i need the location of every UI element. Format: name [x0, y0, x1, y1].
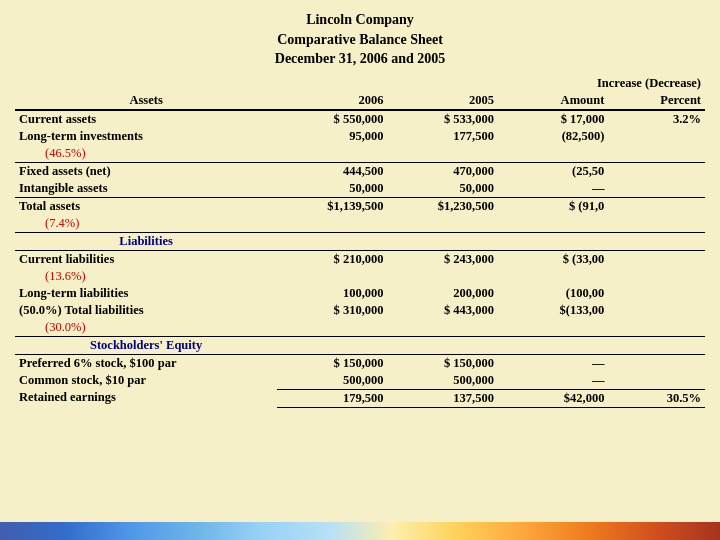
- table-row: Fixed assets (net)444,500470,000(25,50: [15, 162, 705, 180]
- row-2005: 177,500: [388, 128, 498, 145]
- row-2005: $ 150,000: [388, 354, 498, 372]
- balance-sheet-table: Increase (Decrease) Assets 2006 2005 Amo…: [15, 75, 705, 408]
- row-2006: $1,139,500: [277, 197, 387, 215]
- row-label: Current assets: [15, 110, 277, 128]
- row-label: Long-term investments: [15, 128, 277, 145]
- row-label: Stockholders' Equity: [15, 336, 277, 354]
- row-amount: $ (33,00: [498, 250, 608, 268]
- row-2005: [388, 319, 498, 337]
- row-amount: $42,000: [498, 389, 608, 407]
- assets-label: Assets: [15, 92, 277, 110]
- row-percent: [608, 197, 705, 215]
- row-amount: (82,500): [498, 128, 608, 145]
- row-2005: 500,000: [388, 372, 498, 390]
- row-label: Total assets: [15, 197, 277, 215]
- row-2006: $ 310,000: [277, 302, 387, 319]
- row-percent: [608, 302, 705, 319]
- row-amount: —: [498, 354, 608, 372]
- row-amount: —: [498, 180, 608, 198]
- table-row: Intangible assets50,00050,000—: [15, 180, 705, 198]
- page: Lincoln Company Comparative Balance Shee…: [0, 0, 720, 540]
- row-2006: 100,000: [277, 285, 387, 302]
- row-amount: (25,50: [498, 162, 608, 180]
- table-row: Current assets$ 550,000$ 533,000$ 17,000…: [15, 110, 705, 128]
- row-2005: $ 443,000: [388, 302, 498, 319]
- table-row: Liabilities: [15, 232, 705, 250]
- row-percent: [608, 162, 705, 180]
- row-2006: 500,000: [277, 372, 387, 390]
- row-amount: [498, 215, 608, 233]
- table-row: (7.4%): [15, 215, 705, 233]
- row-2006: 444,500: [277, 162, 387, 180]
- row-percent: [608, 128, 705, 145]
- row-2006: [277, 336, 387, 354]
- table-row: Common stock, $10 par500,000500,000—: [15, 372, 705, 390]
- col-2005-label: 2005: [388, 92, 498, 110]
- row-label: Current liabilities: [15, 250, 277, 268]
- row-amount: (100,00: [498, 285, 608, 302]
- row-2006: [277, 232, 387, 250]
- row-2005: 137,500: [388, 389, 498, 407]
- row-2006: [277, 145, 387, 163]
- row-label: Preferred 6% stock, $100 par: [15, 354, 277, 372]
- company-name: Lincoln Company: [15, 10, 705, 30]
- row-percent: [608, 285, 705, 302]
- row-label: Retained earnings: [15, 389, 277, 407]
- row-percent: [608, 372, 705, 390]
- row-2005: 200,000: [388, 285, 498, 302]
- row-amount: [498, 336, 608, 354]
- row-label: Long-term liabilities: [15, 285, 277, 302]
- row-label: Fixed assets (net): [15, 162, 277, 180]
- table-row: Long-term liabilities100,000200,000(100,…: [15, 285, 705, 302]
- row-2006: [277, 215, 387, 233]
- row-2005: [388, 215, 498, 233]
- row-amount: $ 17,000: [498, 110, 608, 128]
- row-percent: 3.2%: [608, 110, 705, 128]
- table-row: (13.6%): [15, 268, 705, 285]
- col-percent-label: Percent: [608, 92, 705, 110]
- row-2006: 179,500: [277, 389, 387, 407]
- row-label: (30.0%): [15, 319, 277, 337]
- row-2005: $ 533,000: [388, 110, 498, 128]
- table-row: Total assets$1,139,500$1,230,500$ (91,0: [15, 197, 705, 215]
- row-label: (7.4%): [15, 215, 277, 233]
- table-row: Preferred 6% stock, $100 par$ 150,000$ 1…: [15, 354, 705, 372]
- row-2006: $ 210,000: [277, 250, 387, 268]
- row-2006: $ 150,000: [277, 354, 387, 372]
- row-percent: [608, 268, 705, 285]
- table-row: (46.5%): [15, 145, 705, 163]
- row-percent: [608, 215, 705, 233]
- table-row: (30.0%): [15, 319, 705, 337]
- row-amount: —: [498, 372, 608, 390]
- row-label: (13.6%): [15, 268, 277, 285]
- row-label: (50.0%) Total liabilities: [15, 302, 277, 319]
- bottom-bar: [0, 522, 720, 540]
- row-percent: [608, 319, 705, 337]
- row-label: (46.5%): [15, 145, 277, 163]
- row-2006: [277, 268, 387, 285]
- table-row: Stockholders' Equity: [15, 336, 705, 354]
- col-amount-label: Amount: [498, 92, 608, 110]
- row-percent: [608, 336, 705, 354]
- row-amount: $(133,00: [498, 302, 608, 319]
- row-amount: [498, 232, 608, 250]
- year2005-col-header: [388, 75, 498, 92]
- row-label: Intangible assets: [15, 180, 277, 198]
- row-amount: $ (91,0: [498, 197, 608, 215]
- row-percent: [608, 145, 705, 163]
- row-label: Common stock, $10 par: [15, 372, 277, 390]
- row-amount: [498, 145, 608, 163]
- col-2006-label: 2006: [277, 92, 387, 110]
- row-percent: [608, 180, 705, 198]
- table-row: Long-term investments95,000177,500(82,50…: [15, 128, 705, 145]
- row-2005: 50,000: [388, 180, 498, 198]
- page-header: Lincoln Company Comparative Balance Shee…: [15, 10, 705, 69]
- row-label: Liabilities: [15, 232, 277, 250]
- row-2006: [277, 319, 387, 337]
- row-2005: $1,230,500: [388, 197, 498, 215]
- row-2006: 95,000: [277, 128, 387, 145]
- assets-col-header: [15, 75, 277, 92]
- row-2006: $ 550,000: [277, 110, 387, 128]
- row-2005: 470,000: [388, 162, 498, 180]
- row-2005: [388, 336, 498, 354]
